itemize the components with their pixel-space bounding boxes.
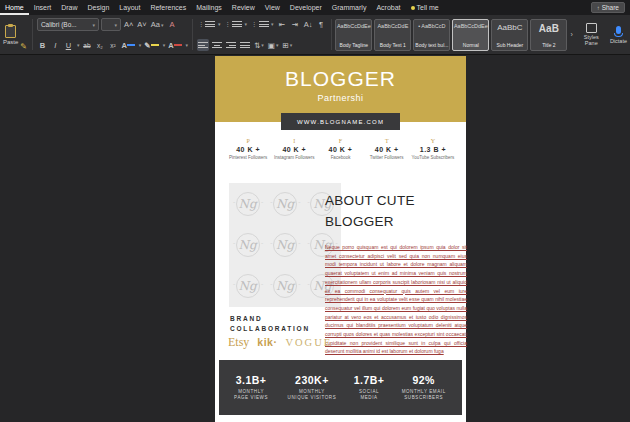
align-right-button[interactable] bbox=[225, 39, 237, 51]
bottom-stats-bar: 3.1B+ MONTHLY PAGE VIEWS 230K+ MONTHLY U… bbox=[219, 360, 462, 415]
align-left-button[interactable] bbox=[197, 39, 209, 51]
menu-tab-view[interactable]: View bbox=[260, 0, 285, 15]
style-chip-body-tagline[interactable]: AaBbCcDdEe Body Tagline bbox=[335, 19, 372, 51]
borders-button[interactable]: ⊞ ▾ bbox=[281, 39, 293, 51]
list-lines bbox=[259, 21, 269, 27]
facebook-icon: F bbox=[317, 138, 363, 144]
stat-label: MONTHLY PAGE VIEWS bbox=[225, 389, 277, 402]
chevron-down-icon: ▾ bbox=[114, 22, 117, 28]
menu-tab-draw[interactable]: Draw bbox=[56, 0, 82, 15]
menu-tab-references[interactable]: References bbox=[145, 0, 191, 15]
doc-title: BLOGGER bbox=[215, 67, 466, 91]
style-chip-sub-header[interactable]: AaBbC Sub Header bbox=[491, 19, 528, 51]
align-right-icon bbox=[226, 42, 236, 48]
justify-icon bbox=[240, 42, 250, 48]
dictate-label: Dictate bbox=[610, 38, 627, 44]
subscript-button[interactable]: x₂ bbox=[94, 39, 105, 51]
align-center-button[interactable] bbox=[211, 39, 223, 51]
bullet-list-button[interactable]: ⋮ ▾ bbox=[197, 18, 222, 30]
styles-pane-button[interactable]: Styles Pane bbox=[576, 15, 607, 54]
menu-tab-layout[interactable]: Layout bbox=[114, 0, 145, 15]
stat-value: 1.7B+ bbox=[347, 374, 392, 386]
paste-button[interactable]: Paste bbox=[3, 25, 18, 45]
stat-value: 1.3 B + bbox=[410, 146, 456, 153]
tell-me-search[interactable]: Tell me bbox=[406, 0, 444, 15]
menu-tab-insert[interactable]: Insert bbox=[29, 0, 57, 15]
font-name-select[interactable]: Calibri (Bo... ▾ bbox=[37, 18, 99, 31]
gallery-expand-button[interactable]: › bbox=[569, 31, 573, 38]
clear-formatting-button[interactable]: A bbox=[166, 19, 177, 31]
stat-value: 40 K + bbox=[225, 146, 271, 153]
stat-value: 40 K + bbox=[364, 146, 410, 153]
align-left-icon bbox=[198, 42, 208, 48]
format-painter-icon[interactable]: ✎ bbox=[20, 42, 27, 51]
stat-label: Twitter Followers bbox=[364, 155, 410, 160]
bullet-list-icon: ⋮ bbox=[198, 22, 204, 26]
strikethrough-button[interactable]: ab bbox=[81, 39, 92, 51]
stat-facebook: F 40 K + Facebook bbox=[317, 138, 363, 160]
numbered-list-button[interactable]: ⋮ ▾ bbox=[223, 18, 248, 30]
menu-tab-mailings[interactable]: Mailings bbox=[191, 0, 227, 15]
justify-button[interactable] bbox=[239, 39, 251, 51]
instagram-icon: I bbox=[271, 138, 317, 144]
font-size-select[interactable]: ▾ bbox=[101, 18, 121, 31]
monogram-logo: ˜Ng˜ bbox=[233, 192, 263, 216]
brand-collaboration-heading: BRAND COLLABORATION bbox=[230, 314, 310, 334]
highlight-color-button[interactable]: ✎ bbox=[143, 39, 159, 51]
superscript-button[interactable]: x² bbox=[107, 39, 118, 51]
clipboard-group: Paste ✎ bbox=[0, 15, 30, 54]
line-spacing-button[interactable]: ⇅ ▾ bbox=[253, 39, 265, 51]
share-button[interactable]: ↑ Share bbox=[591, 2, 625, 13]
dictate-button[interactable]: Dictate bbox=[607, 15, 630, 54]
italic-button[interactable]: I bbox=[50, 39, 61, 51]
change-case-button[interactable]: Aa ▾ bbox=[150, 19, 165, 31]
chevron-down-icon: ▾ bbox=[139, 42, 142, 48]
shading-button[interactable]: ▣ ▾ bbox=[267, 39, 280, 51]
vogue-logo: VOGUE bbox=[285, 337, 332, 348]
blue-bar bbox=[127, 44, 135, 46]
brand-heading-line2: COLLABORATION bbox=[230, 324, 310, 334]
menu-tab-developer[interactable]: Developer bbox=[285, 0, 327, 15]
style-preview: AaBbCcDdEe bbox=[454, 23, 488, 29]
multilevel-list-button[interactable]: ⋮ ▾ bbox=[250, 18, 275, 30]
increase-indent-button[interactable]: ⇥ bbox=[290, 18, 301, 30]
stat-label: YouTube Subscribers bbox=[410, 155, 456, 160]
ribbon: Paste ✎ Calibri (Bo... ▾ ▾ A˄ A˅ Aa ▾ A … bbox=[0, 15, 630, 55]
style-chip-body-text-1[interactable]: AaBbCcDdE Body Text 1 bbox=[374, 19, 411, 51]
style-preview: AaBbCcDdE bbox=[377, 23, 408, 29]
bottom-stat-email-subscribers: 92% MONTHLY EMAIL SUBSCRIBERS bbox=[391, 374, 456, 402]
style-chip-title-2[interactable]: AaB Title 2 bbox=[530, 19, 567, 51]
menu-tab-home[interactable]: Home bbox=[0, 0, 29, 15]
multilevel-list-icon: ⋮ bbox=[251, 22, 257, 26]
borders-icon: ⊞ bbox=[282, 41, 288, 50]
document-page[interactable]: BLOGGER Partnershi WWW.BLOGNAME.COM P 40… bbox=[215, 56, 466, 422]
bold-button[interactable]: B bbox=[37, 39, 48, 51]
underline-button[interactable]: U bbox=[63, 39, 74, 51]
grow-font-button[interactable]: A˄ bbox=[123, 19, 134, 31]
chevron-down-icon: ▾ bbox=[244, 21, 247, 27]
divider bbox=[32, 19, 33, 50]
sort-button[interactable]: A↓ bbox=[303, 18, 314, 30]
style-chip-body-text-bullet[interactable]: • AaBbCcD Body text bul... bbox=[413, 19, 450, 51]
lightbulb-icon bbox=[411, 6, 415, 10]
yellow-bar bbox=[151, 44, 159, 46]
style-preview: AaBbC bbox=[497, 23, 522, 32]
shrink-font-button[interactable]: A˅ bbox=[136, 19, 147, 31]
stat-label: MONTHLY UNIQUE VISITORS bbox=[277, 389, 347, 402]
stat-twitter: T 40 K + Twitter Followers bbox=[364, 138, 410, 160]
style-chip-normal[interactable]: AaBbCcDdEe Normal bbox=[452, 19, 489, 51]
stat-value: 92% bbox=[391, 374, 456, 386]
text-effects-button[interactable]: A bbox=[120, 39, 135, 51]
brand-logos-row: Etsy kik· VOGUE bbox=[228, 335, 332, 350]
menu-tab-review[interactable]: Review bbox=[227, 0, 260, 15]
menu-tab-acrobat[interactable]: Acrobat bbox=[371, 0, 405, 15]
font-color-button[interactable]: A bbox=[167, 39, 182, 51]
monogram-logo: ˜Ng˜ bbox=[270, 233, 300, 257]
bottom-stat-unique-visitors: 230K+ MONTHLY UNIQUE VISITORS bbox=[277, 374, 347, 402]
menu-tab-design[interactable]: Design bbox=[83, 0, 115, 15]
decrease-indent-button[interactable]: ⇤ bbox=[277, 18, 288, 30]
menu-tab-grammarly[interactable]: Grammarly bbox=[327, 0, 372, 15]
chevron-down-icon: ▾ bbox=[77, 42, 80, 48]
chevron-down-icon: ▾ bbox=[276, 42, 279, 48]
show-paragraph-marks-button[interactable]: ¶ bbox=[316, 18, 327, 30]
